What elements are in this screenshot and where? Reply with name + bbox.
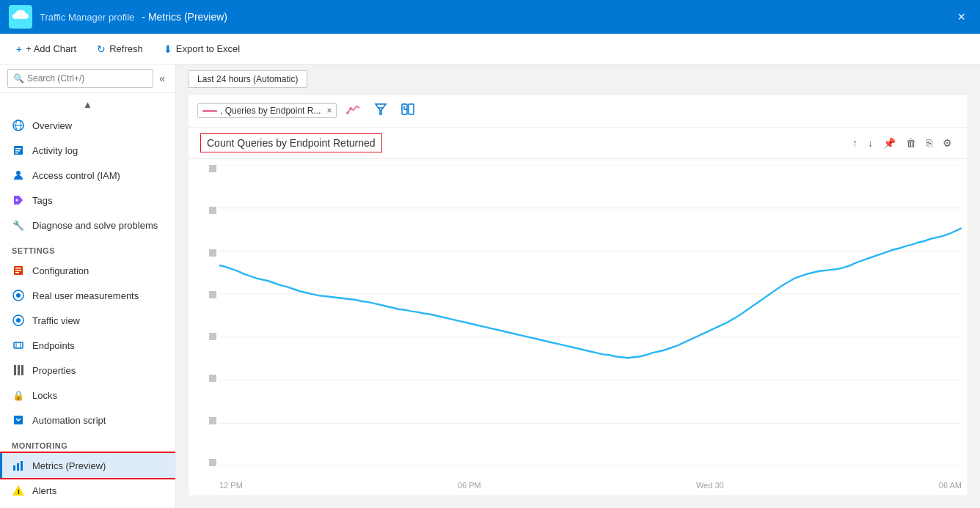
sidebar-item-endpoints[interactable]: Endpoints [0, 333, 175, 358]
scroll-up-button[interactable]: ▲ [0, 96, 175, 113]
configuration-icon [12, 264, 25, 277]
plus-icon: + [16, 43, 22, 55]
app-logo [9, 5, 32, 29]
sidebar-item-label: Access control (IAM) [32, 170, 120, 181]
sidebar-item-configuration[interactable]: Configuration [0, 258, 175, 283]
page-title: - Metrics (Preview) [142, 11, 227, 23]
move-down-button[interactable]: ↓ [864, 135, 877, 151]
access-control-icon [12, 169, 25, 182]
svg-rect-4 [15, 148, 21, 150]
main-layout: 🔍 « ▲ Overview Activity log [0, 65, 980, 508]
y-tick [209, 333, 216, 340]
time-filter-bar: Last 24 hours (Automatic) [176, 65, 980, 94]
metric-tag-label: , Queries by Endpoint R... [220, 106, 321, 116]
svg-marker-28 [376, 104, 386, 114]
sidebar-item-diagnose[interactable]: 🔧 Diagnose and solve problems [0, 213, 175, 238]
profile-label: Traffic Manager profile [40, 12, 134, 23]
automation-script-icon [12, 413, 25, 427]
sidebar-item-locks[interactable]: 🔒 Locks [0, 383, 175, 408]
sidebar-item-properties[interactable]: Properties [0, 358, 175, 383]
copy-button[interactable]: ⎘ [923, 135, 936, 151]
svg-rect-21 [13, 465, 15, 471]
svg-point-14 [16, 293, 21, 298]
sidebar-item-activity-log[interactable]: Activity log [0, 138, 175, 163]
export-button[interactable]: ⬇ Export to Excel [159, 40, 244, 58]
sidebar-item-tags[interactable]: Tags [0, 188, 175, 213]
svg-rect-6 [15, 152, 18, 154]
refresh-icon: ↻ [97, 43, 106, 55]
sidebar-nav: ▲ Overview Activity log Access control (… [0, 93, 175, 508]
pin-button[interactable]: 📌 [880, 135, 899, 151]
top-bar: Traffic Manager profile - Metrics (Previ… [0, 0, 980, 34]
traffic-view-icon [12, 314, 25, 327]
search-box: 🔍 « [0, 65, 175, 93]
sidebar-item-traffic-view[interactable]: Traffic view [0, 308, 175, 333]
sidebar-item-label: Locks [32, 390, 57, 401]
metric-tag[interactable]: , Queries by Endpoint R... × [197, 103, 337, 118]
tag-icon [12, 194, 25, 207]
close-button[interactable]: × [951, 7, 971, 28]
x-axis: 12 PM 06 PM Wed 30 06 AM [219, 481, 962, 490]
collapse-button[interactable]: « [156, 70, 168, 87]
sidebar-item-overview[interactable]: Overview [0, 113, 175, 138]
sidebar-item-real-user-measurements[interactable]: Real user measurements [0, 283, 175, 308]
svg-point-7 [16, 171, 21, 175]
sidebar-item-label: Properties [32, 365, 76, 376]
sidebar-item-label: Configuration [32, 265, 89, 276]
svg-rect-17 [14, 342, 23, 348]
activity-log-icon [12, 144, 25, 157]
x-tick: 06 PM [458, 481, 481, 490]
y-tick [209, 375, 216, 382]
chart-body: 12 PM 06 PM Wed 30 06 AM [189, 159, 968, 496]
sidebar-item-label: Traffic view [32, 315, 80, 326]
chart-title-actions: ↑ ↓ 📌 🗑 ⎘ ⚙ [849, 135, 956, 151]
sidebar-item-label: Activity log [32, 145, 78, 156]
metric-tag-line [202, 110, 217, 112]
settings-section-label: SETTINGS [0, 238, 175, 258]
sidebar-item-metrics-preview[interactable]: Metrics (Preview) [0, 453, 175, 478]
refresh-button[interactable]: ↻ Refresh [92, 40, 147, 58]
settings-button[interactable]: ⚙ [939, 135, 956, 151]
monitoring-section-label: MONITORING [0, 432, 175, 453]
sidebar-item-automation-script[interactable]: Automation script [0, 408, 175, 432]
svg-rect-31 [409, 104, 414, 114]
sidebar-item-label: Real user measurements [32, 290, 139, 301]
search-icon: 🔍 [13, 73, 24, 84]
chart-title-bar: Count Queries by Endpoint Returned ↑ ↓ 📌… [189, 128, 968, 159]
sidebar-item-label: Diagnose and solve problems [32, 220, 158, 231]
export-icon: ⬇ [164, 43, 172, 55]
rum-icon [12, 289, 25, 302]
move-up-button[interactable]: ↑ [849, 135, 861, 151]
svg-point-8 [16, 199, 18, 202]
line-chart [219, 165, 962, 466]
filter-button[interactable] [370, 100, 391, 121]
time-filter-button[interactable]: Last 24 hours (Automatic) [188, 70, 307, 88]
sidebar-item-label: Metrics (Preview) [32, 460, 106, 471]
svg-point-16 [16, 318, 21, 323]
sidebar-item-alerts[interactable]: ! Alerts [0, 478, 175, 503]
wrench-icon: 🔧 [12, 218, 25, 232]
content-area: Last 24 hours (Automatic) , Queries by E… [176, 65, 980, 508]
sidebar-item-label: Endpoints [32, 340, 75, 351]
svg-rect-22 [17, 463, 19, 471]
delete-button[interactable]: 🗑 [902, 135, 920, 151]
sidebar-item-label: Automation script [32, 415, 106, 426]
y-tick [209, 417, 216, 424]
line-chart-button[interactable] [343, 100, 365, 121]
y-tick [209, 291, 216, 298]
sidebar-item-access-control[interactable]: Access control (IAM) [0, 163, 175, 188]
add-chart-button[interactable]: + + Add Chart [12, 40, 81, 58]
y-axis [194, 165, 216, 466]
sidebar: 🔍 « ▲ Overview Activity log [0, 65, 176, 508]
split-button[interactable] [397, 100, 419, 121]
search-input[interactable] [7, 69, 153, 88]
toolbar: + + Add Chart ↻ Refresh ⬇ Export to Exce… [0, 34, 980, 65]
properties-icon [12, 364, 25, 377]
svg-point-27 [349, 107, 352, 110]
chart-header: , Queries by Endpoint R... × [189, 95, 968, 128]
sidebar-item-label: Alerts [32, 485, 56, 496]
svg-rect-23 [21, 461, 23, 471]
metric-tag-close[interactable]: × [326, 106, 332, 116]
y-tick [209, 459, 216, 466]
svg-rect-11 [15, 270, 21, 271]
